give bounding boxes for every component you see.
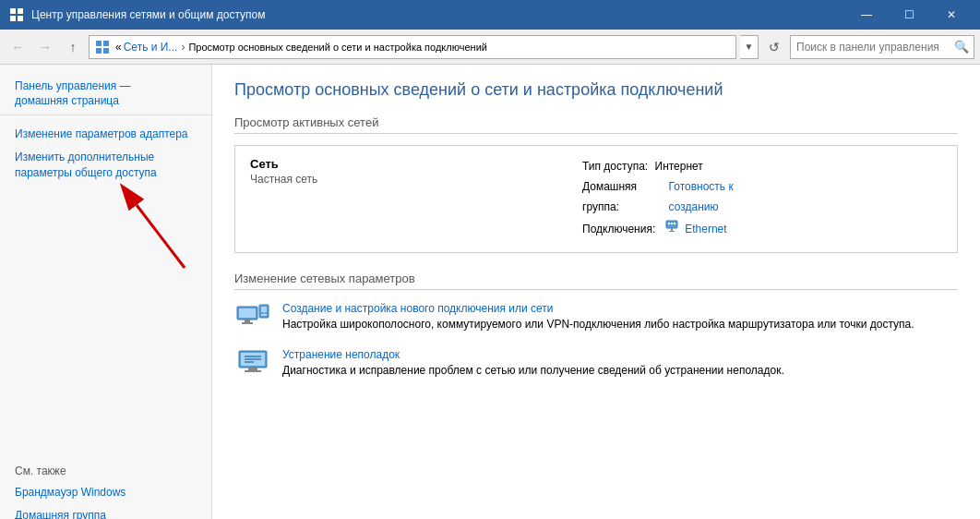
network-type: Частная сеть [250,173,435,186]
troubleshoot-text: Устранение неполадок Диагностика и испра… [282,347,958,379]
svg-rect-6 [671,223,673,224]
troubleshoot-icon [234,347,271,377]
search-input[interactable] [791,36,950,58]
close-button[interactable]: ✕ [930,0,973,30]
access-type-row: Тип доступа: Интернет [582,157,767,177]
app-icon [7,6,26,24]
access-type-label: Тип доступа: [582,160,648,173]
search-box: 🔍 [790,35,974,59]
access-type-value: Интернет [655,160,703,173]
sidebar-firewall[interactable]: Брандмауэр Windows [0,481,211,504]
connections-row: Подключения: [582,219,767,241]
change-settings-header: Изменение сетевых параметров [234,272,958,290]
sidebar-home-label: Панель управления — [15,79,197,92]
titlebar: Центр управления сетями и общим доступом… [0,0,980,30]
sidebar-homegroup[interactable]: Домашняя группа [0,504,211,519]
breadcrumb-parent[interactable]: Сеть и И... [124,41,178,54]
svg-rect-16 [261,312,264,314]
svg-rect-1 [103,41,109,46]
main-container: Панель управления — домашняя страница Из… [0,65,980,519]
connections-label: Подключения: [582,220,655,240]
new-connection-icon [234,301,271,331]
troubleshoot-title[interactable]: Устранение неполадок [282,348,400,361]
homegroup-link[interactable]: Готовность к созданию [669,177,767,217]
homegroup-row: Домашняя группа: Готовность к созданию [582,177,767,217]
forward-button[interactable]: → [33,35,57,59]
maximize-button[interactable]: ☐ [888,0,930,30]
svg-rect-7 [674,223,675,224]
network-name: Сеть [250,157,435,171]
svg-rect-9 [669,231,675,232]
network-details: Тип доступа: Интернет Домашняя группа: Г… [582,157,767,240]
page-title: Просмотр основных сведений о сети и наст… [234,79,958,101]
homegroup-label: Домашняя группа: [582,177,662,217]
window-controls: — ☐ ✕ [845,0,973,30]
action-new-connection: Создание и настройка нового подключения … [234,301,958,332]
sidebar-home-sub: домашняя страница [15,94,197,107]
breadcrumb-current: Просмотр основных сведений о сети и наст… [188,42,487,53]
troubleshoot-desc: Диагностика и исправление проблем с сеть… [282,363,958,379]
breadcrumb-icon [95,40,110,54]
window-title: Центр управления сетями и общим доступом [31,8,845,21]
ethernet-icon [664,219,679,241]
svg-rect-5 [668,223,670,224]
content-area: Просмотр основных сведений о сети и наст… [212,65,980,519]
network-name-block: Сеть Частная сеть [250,157,435,186]
active-network-box: Сеть Частная сеть Тип доступа: Интернет … [234,145,958,252]
refresh-button[interactable]: ↺ [762,35,786,59]
svg-rect-13 [242,322,253,324]
breadcrumb-separator: › [181,41,185,54]
new-connection-desc: Настройка широкополосного, коммутируемог… [282,317,958,332]
address-breadcrumb[interactable]: « Сеть и И... › Просмотр основных сведен… [89,35,736,59]
svg-rect-12 [245,320,250,322]
svg-rect-15 [261,307,267,316]
svg-rect-20 [248,368,257,370]
svg-rect-2 [96,48,102,54]
breadcrumb-dropdown[interactable]: ▼ [740,35,759,59]
action-troubleshoot: Устранение неполадок Диагностика и испра… [234,347,958,379]
svg-rect-17 [265,312,268,314]
new-connection-title[interactable]: Создание и настройка нового подключения … [282,302,554,315]
svg-rect-0 [96,41,102,46]
minimize-button[interactable]: — [845,0,888,30]
see-also-label: См. также [0,461,211,481]
breadcrumb-chevron: « [115,41,122,54]
svg-rect-11 [239,308,256,318]
search-icon[interactable]: 🔍 [950,36,974,58]
active-networks-header: Просмотр активных сетей [234,115,958,134]
up-button[interactable]: ↑ [61,35,85,59]
address-bar: ← → ↑ « Сеть и И... › Просмотр основных … [0,30,980,65]
sidebar-adapter-settings[interactable]: Изменение параметров адаптера [0,123,211,146]
svg-rect-21 [245,370,261,372]
sidebar: Панель управления — домашняя страница Из… [0,65,212,519]
svg-rect-3 [103,48,109,54]
new-connection-text: Создание и настройка нового подключения … [282,301,958,332]
back-button[interactable]: ← [6,35,30,59]
ethernet-link[interactable]: Ethernet [685,220,726,240]
sidebar-sharing-settings[interactable]: Изменить дополнительные параметры общего… [0,146,211,185]
